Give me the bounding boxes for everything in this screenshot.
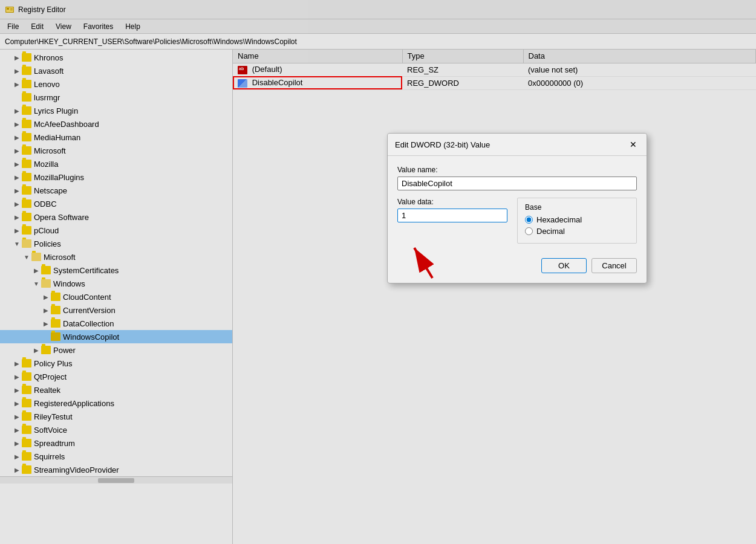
dialog-title: Edit DWORD (32-bit) Value: [395, 140, 490, 149]
chevron-right-icon: ▶: [12, 159, 22, 169]
reg-name-dword: DisableCopilot: [233, 76, 402, 89]
tree-item-windowscopilot[interactable]: ▶ WindowsCopilot: [0, 330, 232, 343]
tree-item-lavasoft[interactable]: ▶ Lavasoft: [0, 64, 232, 77]
tree-item-qtproject[interactable]: ▶ QtProject: [0, 370, 232, 383]
chevron-right-icon: ▶: [41, 305, 51, 315]
tree-item-spreadtrum[interactable]: ▶ Spreadtrum: [0, 436, 232, 450]
window-title: Registry Editor: [18, 5, 66, 14]
tree-item-lusrmgr[interactable]: ▶ lusrmgr: [0, 91, 232, 104]
edit-dword-dialog[interactable]: Edit DWORD (32-bit) Value ✕ Value name: …: [387, 133, 647, 283]
tree-item-streaming-video[interactable]: ▶ StreamingVideoProvider: [0, 463, 232, 476]
col-header-type: Type: [402, 50, 523, 63]
col-header-name: Name: [233, 50, 402, 63]
menu-view[interactable]: View: [51, 21, 76, 32]
decimal-radio-row: Decimal: [525, 227, 629, 236]
address-path: Computer\HKEY_CURRENT_USER\Software\Poli…: [5, 37, 297, 46]
reg-name-default: ab (Default): [233, 63, 402, 76]
cancel-button[interactable]: Cancel: [591, 258, 637, 273]
tree-item-softvoice[interactable]: ▶ SoftVoice: [0, 423, 232, 436]
chevron-right-icon: ▶: [12, 212, 22, 222]
hexadecimal-radio[interactable]: [525, 216, 533, 224]
chevron-right-icon: ▶: [12, 199, 22, 209]
chevron-right-icon: ▶: [12, 132, 22, 142]
folder-icon: [22, 359, 31, 368]
menu-help[interactable]: Help: [120, 21, 145, 32]
tree-item-systemcerts[interactable]: ▶ SystemCertificates: [0, 264, 232, 277]
folder-icon: [22, 146, 31, 155]
decimal-label: Decimal: [536, 227, 565, 236]
chevron-right-icon: ▶: [12, 412, 22, 421]
menu-edit[interactable]: Edit: [26, 21, 48, 32]
table-row[interactable]: ab (Default) REG_SZ (value not set): [233, 63, 756, 76]
value-data-input[interactable]: [397, 209, 507, 222]
folder-icon: [22, 386, 31, 394]
tree-item-policies[interactable]: ▼ Policies: [0, 237, 232, 250]
value-name-input[interactable]: [397, 176, 637, 190]
tree-item-mcafee[interactable]: ▶ McAfeeDashboard: [0, 117, 232, 131]
folder-icon: [22, 93, 31, 102]
chevron-right-icon: ▶: [31, 265, 41, 275]
dialog-footer: OK Cancel: [388, 253, 647, 283]
table-row-disable-copilot[interactable]: DisableCopilot REG_DWORD 0x00000000 (0): [233, 76, 756, 89]
folder-icon: [51, 332, 60, 341]
menu-bar: File Edit View Favorites Help: [0, 19, 756, 34]
tree-item-mozilla[interactable]: ▶ Mozilla: [0, 157, 232, 170]
tree-item-opera-software[interactable]: ▶ Opera Software: [0, 210, 232, 224]
decimal-radio[interactable]: [525, 227, 533, 235]
ok-button[interactable]: OK: [541, 258, 587, 273]
tree-item-khronos[interactable]: ▶ Khronos: [0, 51, 232, 64]
folder-icon: [22, 439, 31, 447]
base-group: Base Hexadecimal Decimal: [517, 198, 637, 244]
chevron-right-icon: ▶: [41, 319, 51, 328]
folder-icon: [22, 452, 31, 461]
hexadecimal-label: Hexadecimal: [536, 215, 582, 224]
folder-icon: [51, 319, 60, 328]
reg-data-dword: 0x00000000 (0): [523, 76, 756, 89]
chevron-right-icon: ▶: [12, 465, 22, 474]
folder-icon: [22, 199, 31, 208]
tree-item-datacollection[interactable]: ▶ DataCollection: [0, 317, 232, 330]
tree-item-lyrics-plugin[interactable]: ▶ Lyrics Plugin: [0, 104, 232, 117]
tree-item-lenovo[interactable]: ▶ Lenovo: [0, 77, 232, 91]
tree-item-realtek[interactable]: ▶ Realtek: [0, 383, 232, 397]
reg-data-default: (value not set): [523, 63, 756, 76]
menu-favorites[interactable]: Favorites: [79, 21, 118, 32]
tree-item-policies-microsoft[interactable]: ▼ Microsoft: [0, 250, 232, 264]
svg-rect-3: [10, 8, 13, 9]
horizontal-scrollbar[interactable]: [0, 476, 232, 484]
tree-item-currentversion[interactable]: ▶ CurrentVersion: [0, 303, 232, 317]
tree-item-windows[interactable]: ▼ Windows: [0, 277, 232, 290]
tree-item-policy-plus[interactable]: ▶ Policy Plus: [0, 357, 232, 370]
folder-icon: [22, 465, 31, 474]
dialog-body: Value name: Value data: Base Hexadecimal…: [388, 156, 647, 253]
menu-file[interactable]: File: [2, 21, 24, 32]
chevron-right-icon: ▶: [12, 372, 22, 381]
scrollbar-thumb: [98, 478, 134, 483]
folder-icon: [41, 346, 51, 354]
tree-item-power[interactable]: ▶ Power: [0, 343, 232, 357]
tree-item-odbc[interactable]: ▶ ODBC: [0, 197, 232, 210]
folder-icon: [22, 80, 31, 88]
tree-item-netscape[interactable]: ▶ Netscape: [0, 184, 232, 197]
tree-item-mozilla-plugins[interactable]: ▶ MozillaPlugins: [0, 170, 232, 184]
chevron-right-icon: ▶: [12, 53, 22, 62]
default-value-icon: ab: [238, 66, 247, 74]
right-panel: Name Type Data ab (Default) REG_SZ (valu…: [233, 50, 756, 544]
dialog-titlebar: Edit DWORD (32-bit) Value ✕: [388, 134, 647, 156]
tree-item-microsoft[interactable]: ▶ Microsoft: [0, 144, 232, 157]
reg-type-dword: REG_DWORD: [402, 76, 523, 89]
tree-item-registered-apps[interactable]: ▶ RegisteredApplications: [0, 397, 232, 410]
value-data-section: Value data:: [397, 198, 507, 244]
tree-item-squirrels[interactable]: ▶ Squirrels: [0, 450, 232, 463]
tree-item-pcloud[interactable]: ▶ pCloud: [0, 224, 232, 237]
tree-item-mediahuman[interactable]: ▶ MediaHuman: [0, 131, 232, 144]
tree-item-cloudcontent[interactable]: ▶ CloudContent: [0, 290, 232, 303]
chevron-right-icon: ▶: [12, 119, 22, 129]
base-title: Base: [525, 203, 629, 212]
folder-icon: [22, 372, 31, 381]
folder-icon: [22, 399, 31, 407]
dialog-close-button[interactable]: ✕: [627, 138, 639, 151]
tree-panel[interactable]: ▶ Khronos ▶ Lavasoft ▶ Lenovo ▶ lusrmgr …: [0, 50, 233, 544]
chevron-right-icon: ▶: [12, 172, 22, 182]
tree-item-riley-testut[interactable]: ▶ RileyTestut: [0, 410, 232, 423]
